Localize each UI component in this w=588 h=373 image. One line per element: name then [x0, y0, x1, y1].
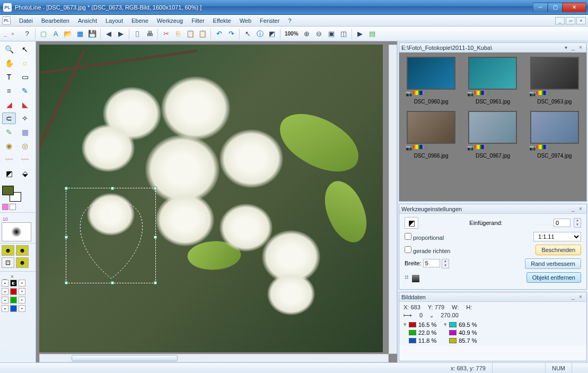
bucket-tool[interactable]: ⬙: [18, 168, 32, 179]
fill-tool[interactable]: ▦: [18, 126, 32, 138]
document-canvas[interactable]: [39, 45, 383, 352]
ellipse-tool[interactable]: ○: [18, 57, 32, 69]
vertical-scrollbar[interactable]: [389, 45, 397, 354]
menu-effekte[interactable]: Effekte: [209, 16, 235, 25]
tool-settings-icon[interactable]: ◩: [405, 217, 418, 229]
menu-bearbeiten[interactable]: Bearbeiten: [37, 16, 74, 25]
hand-tool[interactable]: ✋: [2, 57, 16, 69]
adj-5[interactable]: [10, 288, 17, 295]
smudge-tool[interactable]: 〰: [2, 154, 16, 166]
menu-help[interactable]: ?: [284, 16, 295, 25]
mask-d-button[interactable]: ☻: [16, 257, 29, 268]
paste-special-icon[interactable]: 📋: [197, 29, 208, 39]
move-tool[interactable]: ↖: [18, 44, 32, 55]
open-icon[interactable]: 📂: [63, 29, 73, 39]
adj-11[interactable]: [10, 305, 17, 312]
paste-icon[interactable]: 📋: [185, 29, 196, 39]
breite-spinner[interactable]: ▲▼: [442, 259, 449, 268]
thumbnail[interactable]: 📷X DSC_0967.jpg: [465, 111, 520, 159]
beschneiden-button[interactable]: Beschneiden: [536, 245, 581, 255]
calendar-icon[interactable]: ▦: [75, 29, 85, 39]
thumbnail[interactable]: 📷X DSC_0963.jpg: [527, 57, 582, 105]
panel-min-icon[interactable]: _: [2, 31, 8, 37]
adj-9[interactable]: +: [19, 297, 25, 303]
objekt-entfernen-button[interactable]: Objekt entfernen: [526, 272, 581, 283]
menu-filter[interactable]: Filter: [187, 16, 208, 25]
slideshow-icon[interactable]: ▶: [355, 29, 365, 39]
lasso-tool[interactable]: ⊂: [2, 112, 16, 124]
fg-color-swatch[interactable]: [2, 186, 14, 195]
zoom-out-icon[interactable]: ⊖: [314, 29, 324, 39]
adj-12[interactable]: +: [19, 305, 25, 312]
panel-close-icon[interactable]: ×: [577, 45, 584, 50]
crop-icon[interactable]: ⌗: [405, 273, 409, 281]
thumbnail[interactable]: 📷X DSC_0966.jpg: [403, 111, 459, 159]
adj-7[interactable]: •: [2, 297, 8, 303]
adj-1[interactable]: •: [2, 280, 8, 287]
mask-c-button[interactable]: ⊡: [2, 257, 14, 268]
panel-close-icon[interactable]: ×: [10, 31, 16, 37]
breite-input[interactable]: [423, 259, 440, 267]
cut-icon[interactable]: ✂: [161, 29, 171, 39]
menu-datei[interactable]: Datei: [15, 16, 37, 25]
menu-ansicht[interactable]: Ansicht: [74, 16, 101, 25]
einfuegerand-input[interactable]: [554, 219, 571, 227]
menu-ebene[interactable]: Ebene: [127, 16, 153, 25]
rand-verbessern-button[interactable]: Rand verbessern: [525, 258, 581, 269]
next-icon[interactable]: ▶: [116, 29, 126, 39]
canvas-area[interactable]: [36, 41, 397, 362]
adj-2[interactable]: ◐: [10, 280, 17, 287]
panel-close-icon[interactable]: ×: [577, 206, 584, 212]
minimize-button[interactable]: ─: [533, 3, 548, 12]
help-small-icon[interactable]: ?: [22, 29, 32, 39]
adj-6[interactable]: +: [19, 288, 25, 295]
adj-8[interactable]: [10, 297, 17, 303]
mdi-restore[interactable]: ▱: [566, 17, 575, 24]
gerade-checkbox[interactable]: [405, 246, 411, 253]
adj-4[interactable]: •: [2, 288, 8, 295]
copy-icon[interactable]: ⎘: [173, 29, 183, 39]
fit-window-icon[interactable]: ◫: [338, 29, 349, 39]
info-icon[interactable]: ⓘ: [254, 29, 265, 39]
text-tool[interactable]: T: [2, 71, 16, 83]
new-icon[interactable]: ▢: [38, 29, 49, 39]
maximize-button[interactable]: ▢: [548, 3, 563, 12]
rect-tool[interactable]: ▭: [18, 71, 32, 83]
adj-10[interactable]: •: [2, 305, 8, 312]
paint-tool[interactable]: ✎: [2, 126, 16, 138]
panel-min-icon[interactable]: _: [569, 294, 577, 300]
panel-close-icon[interactable]: ×: [577, 294, 584, 300]
einfuegerand-spinner[interactable]: ▲▼: [574, 218, 581, 228]
prev-icon[interactable]: ◀: [103, 29, 114, 39]
gradient-icon[interactable]: ◩: [267, 29, 277, 39]
horizontal-scrollbar[interactable]: [39, 354, 389, 362]
menu-web[interactable]: Web: [235, 16, 256, 25]
panel-min-icon[interactable]: _: [569, 45, 577, 50]
scan-icon[interactable]: ⌷: [132, 29, 143, 39]
thumbnail[interactable]: 📷X DSC_0960.jpg: [403, 57, 459, 105]
fit-icon[interactable]: ▣: [326, 29, 337, 39]
proportional-checkbox[interactable]: [405, 233, 411, 240]
menu-werkzeug[interactable]: Werkzeug: [153, 16, 187, 25]
mdi-close[interactable]: ×: [576, 17, 586, 24]
brush-tool[interactable]: ✎: [18, 85, 32, 97]
clone-tool[interactable]: ◉: [2, 140, 16, 152]
zoom-in-icon[interactable]: ⊕: [302, 29, 312, 39]
ratio-select[interactable]: 1:1.11: [533, 232, 581, 241]
wand-tool[interactable]: ✧: [18, 112, 32, 124]
mask-b-button[interactable]: ☻: [16, 245, 29, 256]
heal-tool[interactable]: ◎: [18, 140, 32, 152]
menu-fenster[interactable]: Fenster: [256, 16, 284, 25]
blur-tool[interactable]: 〰: [18, 154, 32, 166]
page-icon[interactable]: ▤: [367, 29, 378, 39]
save-icon[interactable]: 💾: [87, 29, 98, 39]
panel-min-icon[interactable]: _: [569, 206, 577, 212]
panel-menu-icon[interactable]: ▾: [562, 45, 569, 50]
arrow-icon[interactable]: ↖: [242, 29, 253, 39]
thumbnail[interactable]: 📷X DSC_0961.jpg: [465, 57, 520, 105]
thumbnail[interactable]: 📷X DSC_0974.jpg: [527, 111, 582, 159]
crop-tool[interactable]: ⌗: [2, 85, 16, 97]
selection-bbox[interactable]: [66, 188, 156, 283]
undo-icon[interactable]: ↶: [214, 29, 224, 39]
eraser-tool[interactable]: ◢: [2, 99, 16, 110]
